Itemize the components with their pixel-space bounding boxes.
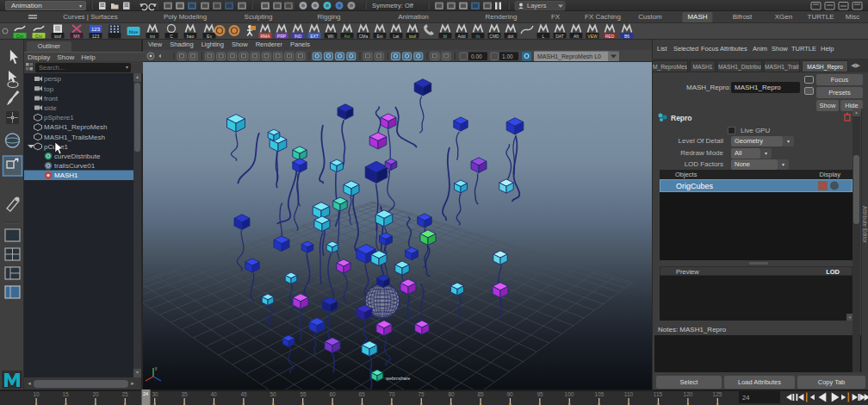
svg-text:105: 105 (595, 391, 604, 397)
svg-text:123: 123 (91, 27, 101, 32)
svg-text:75: 75 (418, 391, 425, 397)
svg-text:bao: bao (187, 34, 195, 39)
svg-text:blue: blue (129, 29, 138, 34)
svg-text:trailsCurve01: trailsCurve01 (54, 162, 96, 170)
svg-text:Add: Add (458, 34, 466, 39)
svg-text:tool: tool (54, 34, 61, 39)
svg-text:95: 95 (536, 391, 543, 397)
svg-text:100: 100 (565, 391, 574, 397)
svg-text:65: 65 (358, 391, 365, 397)
svg-text:Ex: Ex (207, 34, 212, 39)
svg-text:MASH1_ReproMesh: MASH1_ReproMesh (44, 123, 107, 131)
svg-text:24: 24 (143, 391, 148, 396)
svg-text:tls: tls (476, 34, 481, 39)
svg-text:webmshare: webmshare (385, 376, 410, 381)
svg-text:Axt: Axt (344, 34, 350, 39)
svg-text:1.00: 1.00 (502, 53, 513, 59)
svg-text:Crv: Crv (16, 34, 23, 39)
svg-text:0.00: 0.00 (471, 53, 482, 59)
svg-text:Wlt: Wlt (327, 34, 334, 39)
svg-text:Ext: Ext (376, 34, 383, 39)
svg-text:B6: B6 (624, 34, 629, 39)
svg-text:front: front (44, 95, 59, 103)
svg-text:tool: tool (409, 34, 416, 39)
svg-text:50: 50 (270, 391, 276, 397)
svg-text:CMa: CMa (359, 34, 369, 39)
svg-text:C: C (170, 34, 173, 39)
svg-text:123: 123 (92, 34, 100, 39)
svg-text:55: 55 (300, 391, 307, 397)
svg-text:Layers: Layers (527, 2, 547, 9)
svg-text:Symmetry: Off: Symmetry: Off (372, 2, 414, 9)
svg-text:125: 125 (713, 391, 722, 397)
svg-text:70: 70 (388, 391, 395, 397)
svg-text:Aft: Aft (574, 34, 580, 39)
svg-text:60: 60 (329, 391, 336, 397)
svg-text:110: 110 (624, 391, 634, 397)
svg-text:VEW: VEW (587, 34, 598, 39)
svg-text:DAT: DAT (555, 34, 564, 39)
svg-text:side: side (44, 104, 57, 112)
svg-text:40: 40 (210, 391, 217, 397)
svg-text:25: 25 (121, 391, 128, 397)
svg-text:bl: bl (443, 34, 447, 39)
svg-text:MX: MX (73, 34, 80, 39)
svg-text:PRP: PRP (277, 34, 287, 39)
svg-text:IND: IND (294, 34, 302, 39)
svg-text:35: 35 (181, 391, 188, 397)
svg-text:RED: RED (605, 34, 615, 39)
svg-text:persp: persp (44, 75, 62, 83)
svg-text:MASH1: MASH1 (54, 171, 78, 179)
svg-text:80: 80 (448, 391, 455, 397)
svg-text:MASH1_ReproMesh L0: MASH1_ReproMesh L0 (537, 53, 601, 60)
svg-text:24: 24 (742, 394, 749, 402)
svg-text:85: 85 (477, 391, 484, 397)
svg-text:10: 10 (33, 391, 40, 397)
svg-text:EXT: EXT (310, 34, 319, 39)
svg-text:tro: tro (150, 34, 155, 39)
svg-text:dot: dot (508, 34, 515, 39)
svg-text:Lat: Lat (394, 34, 400, 39)
svg-text:MASH1_TrailsMesh: MASH1_TrailsMesh (44, 134, 105, 141)
svg-text:45: 45 (240, 391, 247, 397)
svg-text:115: 115 (654, 391, 663, 397)
svg-text:20: 20 (92, 391, 99, 397)
svg-text:CMD: CMD (489, 34, 499, 39)
svg-text:120: 120 (684, 391, 693, 397)
svg-text:30: 30 (152, 391, 158, 397)
svg-text:RMA: RMA (260, 34, 270, 39)
svg-text:pSphere1: pSphere1 (44, 114, 74, 122)
svg-text:15: 15 (62, 391, 69, 397)
svg-text:top: top (44, 85, 54, 93)
svg-text:90: 90 (506, 391, 513, 397)
svg-text:L: L (542, 34, 545, 39)
svg-text:Crv: Crv (35, 34, 42, 39)
